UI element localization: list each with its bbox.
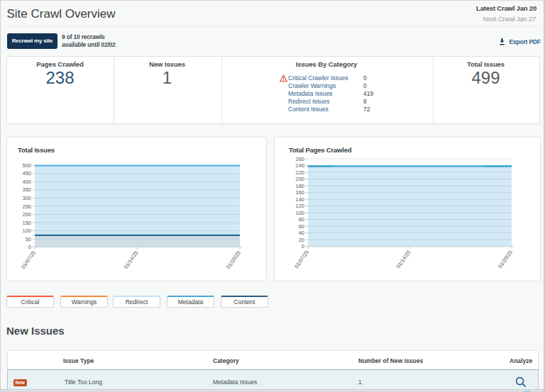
svg-text:150: 150 [22,220,31,226]
svg-text:50: 50 [26,236,31,242]
svg-text:400: 400 [22,179,31,185]
svg-text:260: 260 [295,156,304,162]
svg-text:160: 160 [295,189,304,196]
svg-text:200: 200 [295,176,304,182]
svg-text:500: 500 [22,162,31,169]
svg-text:200: 200 [22,211,31,218]
svg-text:01/07/25: 01/07/25 [293,249,310,269]
svg-text:60: 60 [299,223,304,230]
svg-text:100: 100 [22,228,31,234]
svg-text:01/20/25: 01/20/25 [497,249,514,269]
svg-text:40: 40 [299,230,304,236]
svg-text:250: 250 [22,203,31,210]
svg-text:180: 180 [295,183,304,189]
svg-text:20: 20 [299,237,304,243]
svg-text:220: 220 [295,169,304,176]
svg-text:80: 80 [299,216,304,223]
svg-text:120: 120 [295,203,304,209]
svg-text:100: 100 [295,210,304,216]
svg-text:240: 240 [295,162,304,169]
svg-text:01/20/25: 01/20/25 [225,250,242,270]
svg-text:01/14/25: 01/14/25 [123,250,140,270]
svg-text:01/14/25: 01/14/25 [395,249,412,269]
svg-text:450: 450 [22,170,31,177]
svg-text:0: 0 [28,244,31,250]
svg-text:0: 0 [302,243,304,250]
svg-text:300: 300 [22,195,31,201]
svg-text:140: 140 [295,196,304,203]
svg-text:350: 350 [22,186,31,193]
svg-text:01/07/25: 01/07/25 [20,250,37,270]
